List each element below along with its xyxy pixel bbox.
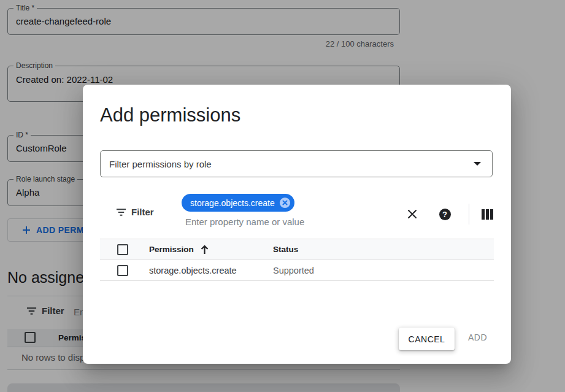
add-button[interactable]: ADD <box>468 332 487 342</box>
chip-remove-icon[interactable] <box>279 197 291 209</box>
add-permissions-dialog: Add permissions Filter permissions by ro… <box>83 85 511 364</box>
clear-filters-button[interactable] <box>404 206 421 223</box>
role-select-value: Filter permissions by role <box>109 159 474 169</box>
row-status-cell: Supported <box>273 266 314 275</box>
toolbar-divider <box>469 204 469 225</box>
permissions-filter-toolbar: Filter storage.objects.create ? <box>100 190 494 239</box>
filter-help-button[interactable]: ? <box>436 206 453 223</box>
dialog-title: Add permissions <box>100 104 240 126</box>
create-role-page: Title * create-changefeed-role 22 / 100 … <box>0 0 565 392</box>
filter-permissions-by-role-select[interactable]: Filter permissions by role <box>100 150 493 177</box>
permissions-table: Permission Status storage.objects.create… <box>100 239 494 281</box>
permissions-table-header: Permission Status <box>100 239 494 260</box>
toolbar-filter-button[interactable]: Filter <box>116 207 154 217</box>
close-icon <box>407 209 418 220</box>
cancel-button[interactable]: CANCEL <box>399 328 455 350</box>
status-column-header[interactable]: Status <box>273 245 298 254</box>
row-checkbox[interactable] <box>117 265 128 276</box>
permission-column-label: Permission <box>149 245 194 254</box>
filter-properties-input[interactable] <box>185 217 388 227</box>
sort-ascending-icon <box>200 245 209 255</box>
select-all-checkbox[interactable] <box>117 244 128 255</box>
permission-column-header[interactable]: Permission <box>149 245 209 255</box>
filter-chip-label: storage.objects.create <box>190 198 275 208</box>
help-icon: ? <box>439 209 451 220</box>
dropdown-arrow-icon <box>474 162 481 166</box>
view-columns-icon <box>482 209 493 220</box>
toolbar-filter-label: Filter <box>131 207 154 217</box>
filter-list-icon <box>116 208 126 217</box>
filter-chip[interactable]: storage.objects.create <box>182 194 294 212</box>
row-permission-cell: storage.objects.create <box>149 266 237 275</box>
permission-row[interactable]: storage.objects.create Supported <box>100 260 494 281</box>
column-display-options-button[interactable] <box>479 206 496 223</box>
